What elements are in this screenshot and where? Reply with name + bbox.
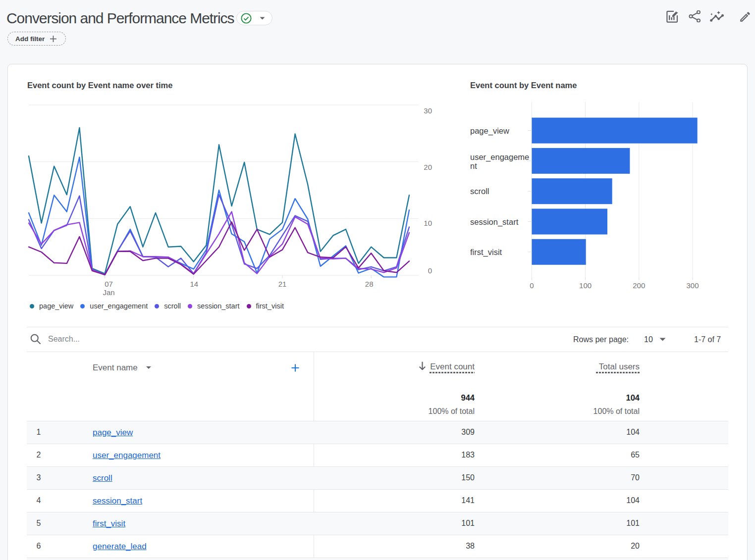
- svg-text:0: 0: [530, 281, 534, 290]
- svg-text:0: 0: [428, 266, 432, 275]
- svg-text:07: 07: [105, 280, 113, 288]
- svg-text:30: 30: [424, 106, 432, 115]
- svg-text:21: 21: [278, 280, 287, 288]
- svg-text:200: 200: [633, 281, 645, 290]
- svg-text:10: 10: [424, 219, 432, 227]
- svg-text:Jan: Jan: [103, 288, 115, 297]
- svg-text:14: 14: [190, 280, 198, 288]
- svg-text:100: 100: [579, 281, 592, 290]
- svg-text:300: 300: [686, 281, 699, 290]
- svg-text:28: 28: [365, 280, 374, 288]
- svg-text:20: 20: [424, 163, 432, 171]
